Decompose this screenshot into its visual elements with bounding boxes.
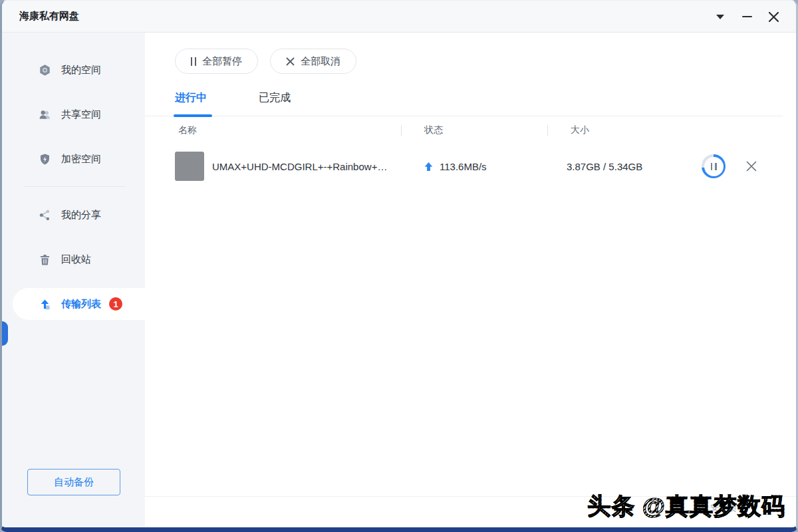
x-icon [286, 57, 295, 66]
transfer-speed: 113.6MB/s [440, 161, 487, 172]
hexagon-cube-icon [39, 64, 51, 76]
title-bar: 海康私有网盘 [2, 1, 796, 33]
sidebar-item-label: 共享空间 [61, 108, 101, 121]
file-thumbnail [175, 152, 204, 181]
share-nodes-icon [39, 209, 51, 221]
cancel-all-button[interactable]: 全部取消 [270, 49, 356, 74]
pause-all-button[interactable]: 全部暂停 [175, 49, 258, 74]
pause-icon [191, 57, 196, 66]
close-button[interactable] [760, 1, 787, 33]
tab-completed[interactable]: 已完成 [259, 91, 291, 116]
pause-progress-button[interactable] [702, 154, 726, 178]
sidebar-item-my-space[interactable]: 我的空间 [2, 54, 145, 86]
sidebar-item-transfer-list[interactable]: 传输列表 1 [13, 288, 145, 320]
tab-in-progress[interactable]: 进行中 [175, 91, 207, 116]
app-window: 海康私有网盘 我的空间 [0, 0, 798, 532]
file-name: UMAX+UHD-MCDGIRL+-+Rainbow+B… [212, 161, 393, 172]
header-status: 状态 [402, 124, 547, 136]
transfer-count-badge: 1 [109, 297, 122, 311]
status-cell: 113.6MB/s [401, 161, 547, 172]
app-title: 海康私有网盘 [19, 10, 79, 23]
transfer-tabs: 进行中 已完成 [145, 91, 783, 116]
size-cell: 3.87GB / 5.34GB [547, 161, 680, 172]
watermark-text: 头条 @真真梦数码 [587, 491, 785, 522]
sidebar-item-recycle-bin[interactable]: 回收站 [2, 243, 145, 275]
sidebar-item-shared-space[interactable]: 共享空间 [2, 98, 145, 130]
upload-arrow-icon [424, 162, 434, 172]
transfer-toolbar: 全部暂停 全部取消 [145, 33, 796, 74]
cancel-transfer-button[interactable] [745, 160, 757, 172]
pause-all-label: 全部暂停 [202, 55, 242, 68]
menu-button[interactable] [707, 1, 733, 33]
minimize-icon [742, 16, 752, 18]
caret-down-icon [716, 15, 724, 19]
sidebar-item-label: 加密空间 [61, 153, 101, 166]
header-name: 名称 [178, 124, 401, 136]
auto-backup-button[interactable]: 自动备份 [27, 469, 120, 495]
cancel-all-label: 全部取消 [301, 55, 340, 68]
shield-bolt-icon [39, 153, 51, 166]
close-icon [768, 11, 779, 23]
people-icon [39, 108, 51, 121]
upload-icon [39, 298, 51, 311]
active-item-notch [2, 321, 8, 346]
sidebar-item-encrypted-space[interactable]: 加密空间 [2, 143, 145, 175]
sidebar-item-label: 传输列表 [61, 298, 101, 311]
minimize-button[interactable] [733, 1, 760, 33]
main-content: 全部暂停 全部取消 进行中 已完成 名称 状态 大小 [145, 33, 796, 527]
sidebar-divider [23, 186, 125, 187]
table-header: 名称 状态 大小 [145, 116, 796, 144]
window-controls [707, 1, 787, 33]
pause-icon [704, 157, 724, 176]
sidebar-item-label: 回收站 [61, 253, 91, 266]
header-size: 大小 [548, 124, 681, 136]
sidebar-item-my-shares[interactable]: 我的分享 [2, 199, 145, 231]
trash-icon [39, 253, 51, 266]
sidebar: 我的空间 共享空间 加密空间 [2, 33, 145, 527]
table-row: UMAX+UHD-MCDGIRL+-+Rainbow+B… 113.6MB/s … [145, 144, 796, 188]
row-actions [702, 154, 757, 178]
sidebar-item-label: 我的分享 [61, 209, 101, 221]
sidebar-item-label: 我的空间 [61, 64, 101, 76]
